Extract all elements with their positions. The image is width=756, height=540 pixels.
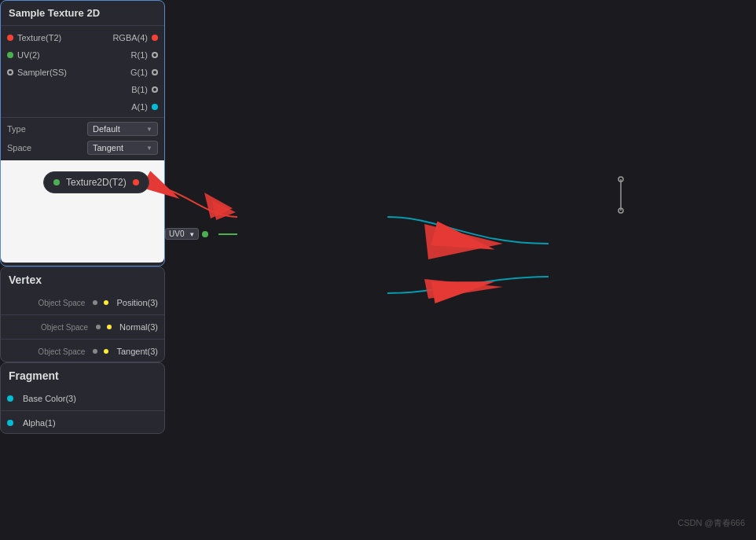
position-output-label: Position(3): [113, 298, 158, 307]
position-row: Object Space Position(3): [1, 292, 164, 313]
svg-point-1: [618, 177, 623, 182]
svg-marker-4: [204, 193, 233, 219]
v-div2: [1, 339, 164, 340]
position-output-dot: [104, 300, 108, 305]
v-div1: [1, 314, 164, 315]
tangent-input-dot: [93, 349, 97, 354]
rgba4-label: RGBA(4): [112, 33, 148, 42]
r1-label: R(1): [131, 50, 148, 60]
watermark: CSDN @青春666: [677, 517, 745, 529]
tangent-row: Object Space Tangent(3): [1, 341, 164, 362]
uv0-arrow: ▼: [189, 231, 195, 238]
alpha-dot: [7, 420, 13, 426]
texture-node-red-dot: [133, 179, 139, 186]
svg-point-2: [618, 208, 623, 213]
svg-marker-9: [431, 270, 497, 303]
b1-row: B(1): [1, 81, 164, 98]
normal-output-dot: [107, 325, 112, 329]
sample-texture-node: Sample Texture 2D Texture(T2) RGBA(4) UV…: [0, 0, 165, 266]
sampler-label: Sampler(SS): [17, 68, 67, 77]
g1-label: G(1): [130, 68, 148, 77]
texture-row: Texture(T2) RGBA(4): [1, 29, 164, 46]
texture2d-node[interactable]: Texture2D(T2): [43, 171, 149, 193]
type-arrow: ▼: [146, 126, 152, 133]
divider1: [1, 117, 164, 118]
r1-out-dot: [152, 52, 158, 58]
base-color-dot: [7, 395, 13, 402]
space-row: Space Tangent ▼: [1, 138, 164, 157]
alpha-label: Alpha(1): [23, 418, 56, 428]
uv0-container: UV0 ▼: [165, 228, 208, 240]
space-dropdown[interactable]: Tangent ▼: [87, 141, 158, 155]
g1-out-dot: [152, 69, 158, 75]
uv2-label: UV(2): [17, 50, 40, 60]
b1-out-dot: [152, 86, 158, 93]
b1-label: B(1): [131, 85, 148, 94]
f-div1: [1, 410, 164, 411]
tangent-input-label: Object Space: [7, 347, 88, 356]
svg-marker-5: [424, 224, 503, 259]
a1-out-dot: [152, 104, 158, 110]
type-label: Type: [7, 124, 26, 134]
space-arrow: ▼: [146, 145, 152, 152]
uv2-row: UV(2) R(1): [1, 46, 164, 64]
a1-row: A(1): [1, 98, 164, 116]
space-label: Space: [7, 143, 31, 152]
position-input-label: Object Space: [7, 299, 88, 307]
sampler-row: Sampler(SS) G(1): [1, 64, 164, 81]
type-row: Type Default ▼: [1, 119, 164, 138]
uv0-dropdown[interactable]: UV0 ▼: [165, 228, 199, 240]
vertex-header: Vertex: [1, 267, 164, 292]
base-color-row: Base Color(3): [1, 388, 164, 409]
base-color-label: Base Color(3): [23, 394, 76, 403]
texture-input-label: Texture(T2): [17, 33, 61, 42]
sample-node-body: Texture(T2) RGBA(4) UV(2) R(1) Sampler(S…: [1, 26, 164, 266]
normal-output-label: Normal(3): [116, 322, 158, 332]
uv2-in-dot: [7, 52, 13, 58]
texture-in-dot: [7, 35, 13, 41]
vertex-node: Vertex Object Space Position(3) Object S…: [0, 266, 165, 362]
fragment-header: Fragment: [1, 363, 164, 388]
normal-input-dot: [96, 325, 101, 329]
a1-label: A(1): [131, 102, 148, 112]
sample-node-header: Sample Texture 2D: [1, 1, 164, 26]
uv-green-dot: [202, 231, 208, 237]
rgba4-out-dot: [152, 35, 158, 41]
tangent-output-label: Tangent(3): [113, 347, 158, 356]
texture-node-label: Texture2D(T2): [66, 177, 127, 188]
svg-marker-6: [424, 279, 503, 299]
normal-input-label: Object Space: [7, 323, 91, 332]
sampler-in-dot: [7, 69, 13, 75]
alpha-row: Alpha(1): [1, 413, 164, 433]
fragment-node: Fragment Base Color(3) Alpha(1): [0, 362, 165, 434]
tangent-output-dot: [104, 349, 108, 354]
type-dropdown[interactable]: Default ▼: [87, 122, 158, 136]
svg-marker-8: [431, 221, 498, 262]
normal-row: Object Space Normal(3): [1, 317, 164, 337]
position-input-dot: [93, 300, 97, 305]
texture-node-green-dot: [53, 179, 60, 186]
svg-marker-3: [212, 200, 236, 220]
